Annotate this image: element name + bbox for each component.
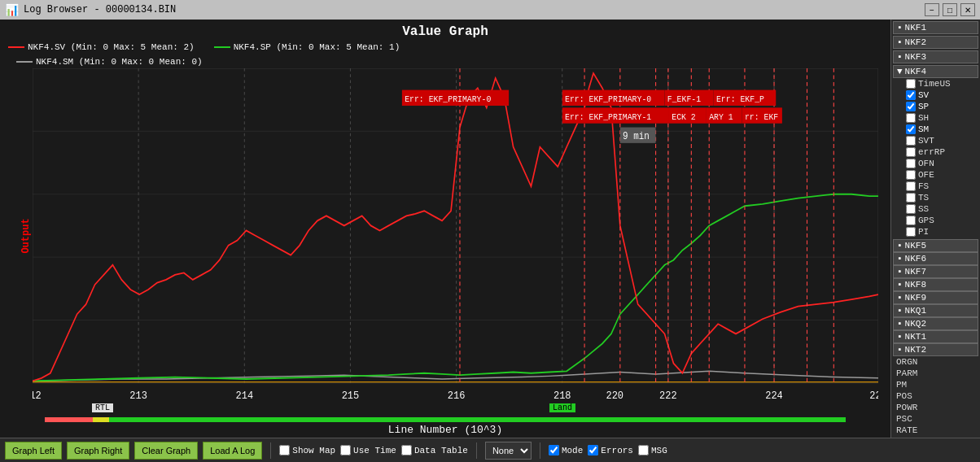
label-timeus: TimeUS xyxy=(918,79,951,89)
sidebar-item-svt[interactable]: SVT xyxy=(896,135,978,146)
show-map-check[interactable]: Show Map xyxy=(279,445,335,455)
clear-graph-button[interactable]: Clear Graph xyxy=(134,442,198,460)
sidebar-group-header-nkf2[interactable]: ▪ NKF2 xyxy=(893,36,978,49)
rtl-annotation: RTL xyxy=(92,403,113,412)
sidebar-item-ofe[interactable]: OFE xyxy=(896,169,978,181)
sidebar-item-sp[interactable]: SP xyxy=(896,101,978,112)
expand-icon-nkf8: ▪ xyxy=(897,280,903,290)
svg-text:218: 218 xyxy=(553,390,571,403)
expand-icon-nkt2: ▪ xyxy=(897,345,903,355)
toolbar-separator-2 xyxy=(476,442,477,459)
label-pi: PI xyxy=(918,227,929,237)
sidebar-group-header-nkt2[interactable]: ▪ NKT2 xyxy=(893,343,978,356)
sidebar-item-pm[interactable]: PM xyxy=(893,379,978,390)
msg-label: MSG xyxy=(651,446,667,455)
sidebar-group-header-nkf7[interactable]: ▪ NKF7 xyxy=(893,265,978,278)
sidebar-item-sh[interactable]: SH xyxy=(896,112,978,124)
expand-icon-nkf6: ▪ xyxy=(897,254,903,264)
sidebar-group-header-nkf8[interactable]: ▪ NKF8 xyxy=(893,278,978,291)
sidebar-group-header-nkf5[interactable]: ▪ NKF5 xyxy=(893,239,978,252)
label-rate: RATE xyxy=(896,425,917,435)
sidebar-group-header-nkf3[interactable]: ▪ NKF3 xyxy=(893,50,978,63)
checkbox-svt[interactable] xyxy=(906,136,916,146)
maximize-button[interactable]: □ xyxy=(943,3,957,16)
sidebar-item-sv[interactable]: SV xyxy=(896,89,978,101)
legend-line-sm xyxy=(16,61,33,63)
label-ts: TS xyxy=(918,193,929,203)
graph-left-button[interactable]: Graph Left xyxy=(5,442,62,460)
checkbox-sv[interactable] xyxy=(906,90,916,100)
msg-check[interactable]: MSG xyxy=(638,445,667,455)
checkbox-ofn[interactable] xyxy=(906,159,916,168)
sidebar[interactable]: ▪ NKF1 ▪ NKF2 ▪ NKF3 ▼ NKF4 xyxy=(890,20,980,438)
sidebar-item-pos[interactable]: POS xyxy=(893,390,978,402)
checkbox-gps[interactable] xyxy=(906,216,916,225)
group-label-nkf4: NKF4 xyxy=(905,67,926,76)
checkbox-sh[interactable] xyxy=(906,113,916,123)
mode-checkbox[interactable] xyxy=(549,445,559,455)
sidebar-item-ss[interactable]: SS xyxy=(896,203,978,215)
checkbox-ofe[interactable] xyxy=(906,170,916,180)
use-time-check[interactable]: Use Time xyxy=(340,445,396,455)
checkbox-ss[interactable] xyxy=(906,204,916,214)
legend-line-sv xyxy=(8,46,24,48)
dropdown-select[interactable]: None xyxy=(485,442,532,460)
sidebar-item-ts[interactable]: TS xyxy=(896,192,978,203)
errors-check[interactable]: Errors xyxy=(588,445,633,455)
sidebar-item-pi[interactable]: PI xyxy=(896,226,978,238)
sidebar-item-ofn[interactable]: OFN xyxy=(896,158,978,169)
graph-right-button[interactable]: Graph Right xyxy=(67,442,129,460)
sidebar-group-header-nkf4[interactable]: ▼ NKF4 xyxy=(893,65,978,78)
sidebar-item-orgn[interactable]: ORGN xyxy=(893,356,978,368)
svg-text:ARY 1: ARY 1 xyxy=(709,111,733,122)
checkbox-timeus[interactable] xyxy=(906,79,916,89)
checkbox-fs[interactable] xyxy=(906,181,916,191)
sidebar-item-sm[interactable]: SM xyxy=(896,124,978,135)
sidebar-group-header-nkt1[interactable]: ▪ NKT1 xyxy=(893,330,978,343)
minimize-button[interactable]: − xyxy=(925,3,939,16)
checkbox-pi[interactable] xyxy=(906,227,916,237)
sidebar-subgroup-nkf4: TimeUS SV SP SH SM xyxy=(893,78,978,238)
msg-checkbox[interactable] xyxy=(638,445,649,455)
legend-area: NKF4.SV (Min: 0 Max: 5 Mean: 2) NKF4.SP … xyxy=(0,41,890,68)
checkbox-sp[interactable] xyxy=(906,102,916,111)
checkbox-sm[interactable] xyxy=(906,124,916,134)
chart-container[interactable]: Output 5 4 xyxy=(33,68,878,403)
sidebar-item-psc[interactable]: PSC xyxy=(893,413,978,425)
use-time-checkbox[interactable] xyxy=(340,445,351,455)
show-map-label: Show Map xyxy=(292,446,335,455)
sidebar-group-header-nkf6[interactable]: ▪ NKF6 xyxy=(893,252,978,265)
expand-icon-nkt1: ▪ xyxy=(897,332,903,342)
label-pm: PM xyxy=(896,380,907,390)
sidebar-item-powr[interactable]: POWR xyxy=(893,402,978,413)
mode-check[interactable]: Mode xyxy=(549,445,583,455)
sidebar-item-fs[interactable]: FS xyxy=(896,181,978,192)
title-bar: 📊 Log Browser - 00000134.BIN − □ ✕ xyxy=(0,0,980,20)
sidebar-item-parm[interactable]: PARM xyxy=(893,368,978,379)
sidebar-group-header-nkq1[interactable]: ▪ NKQ1 xyxy=(893,304,978,317)
expand-icon-nkf4: ▼ xyxy=(897,67,903,76)
errors-checkbox[interactable] xyxy=(588,445,598,455)
checkbox-errrp[interactable] xyxy=(906,147,916,157)
label-orgn: ORGN xyxy=(896,357,917,367)
checkbox-ts[interactable] xyxy=(906,193,916,203)
sidebar-group-header-nkf1[interactable]: ▪ NKF1 xyxy=(893,21,978,34)
group-label-nkq1: NKQ1 xyxy=(905,306,926,316)
svg-text:Err: EKF_PRIMARY-1: Err: EKF_PRIMARY-1 xyxy=(565,111,651,122)
sidebar-item-gps[interactable]: GPS xyxy=(896,215,978,226)
show-map-checkbox[interactable] xyxy=(279,445,290,455)
sidebar-group-header-nkq2[interactable]: ▪ NKQ2 xyxy=(893,317,978,330)
sidebar-item-errrp[interactable]: errRP xyxy=(896,146,978,158)
data-table-check[interactable]: Data Table xyxy=(401,445,468,455)
group-label-nkf8: NKF8 xyxy=(905,280,926,290)
svg-text:220: 220 xyxy=(606,390,623,403)
data-table-checkbox[interactable] xyxy=(401,445,412,455)
svg-text:rr: EKF: rr: EKF xyxy=(745,111,778,122)
expand-icon-nkf1: ▪ xyxy=(897,23,903,33)
sidebar-group-header-nkf9[interactable]: ▪ NKF9 xyxy=(893,291,978,304)
sidebar-item-timeus[interactable]: TimeUS xyxy=(896,78,978,89)
close-button[interactable]: ✕ xyxy=(960,3,975,16)
sidebar-item-rate[interactable]: RATE xyxy=(893,425,978,436)
load-a-log-button[interactable]: Load A Log xyxy=(203,442,262,460)
label-fs: FS xyxy=(918,181,929,191)
